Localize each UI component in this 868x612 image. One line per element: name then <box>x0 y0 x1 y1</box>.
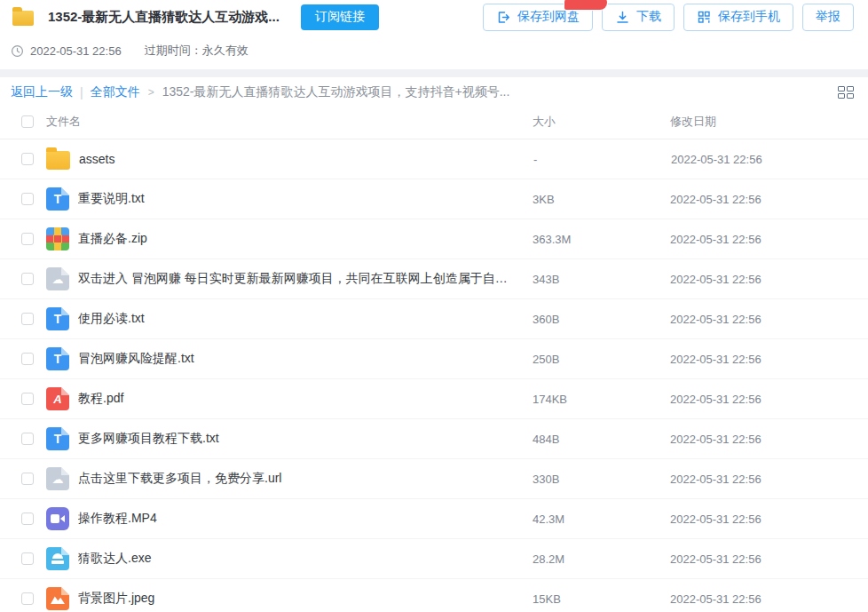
row-checkbox[interactable] <box>21 473 34 485</box>
breadcrumb-divider: | <box>80 85 83 99</box>
file-date: 2022-05-31 22:56 <box>670 513 868 526</box>
column-header-filename: 文件名 <box>46 114 533 130</box>
file-size: 3KB <box>533 193 670 206</box>
table-row[interactable]: T 使用必读.txt 360B 2022-05-31 22:56 <box>0 299 868 339</box>
row-checkbox[interactable] <box>21 433 34 445</box>
file-size: 360B <box>533 313 670 326</box>
table-row[interactable]: 猜歌达人.exe 28.2M 2022-05-31 22:56 <box>0 539 868 579</box>
zip-file-icon <box>46 227 69 250</box>
column-header-size: 大小 <box>533 114 670 130</box>
header-actions: 保存到网盘下载保存到手机举报 <box>483 4 854 31</box>
share-info-row: 2022-05-31 22:56 过期时间：永久有效 <box>11 43 854 59</box>
table-row[interactable]: T 更多网赚项目教程下载.txt 484B 2022-05-31 22:56 <box>0 419 868 459</box>
promo-badge <box>564 0 607 10</box>
file-size: 28.2M <box>533 552 670 566</box>
export-icon <box>496 10 511 25</box>
file-size: 330B <box>533 473 670 486</box>
file-date: 2022-05-31 22:56 <box>670 552 868 566</box>
file-date: 2022-05-31 22:56 <box>670 592 868 606</box>
page-title: 1352-最新无人直播猜歌达人互动游戏... <box>48 9 280 26</box>
download-button[interactable]: 下载 <box>602 4 675 31</box>
select-all-checkbox[interactable] <box>21 115 34 128</box>
file-name[interactable]: 点击这里下载更多项目，免费分享.url <box>78 471 533 487</box>
txt-file-icon: T <box>46 347 69 370</box>
folder-icon <box>12 11 34 26</box>
share-page: 1352-最新无人直播猜歌达人互动游戏... 订阅链接 保存到网盘下载保存到手机… <box>0 0 868 612</box>
file-name[interactable]: 操作教程.MP4 <box>78 511 533 527</box>
subscribe-link-button[interactable]: 订阅链接 <box>301 4 379 30</box>
row-checkbox[interactable] <box>21 393 34 405</box>
save-to-phone-button[interactable]: 保存到手机 <box>683 4 793 31</box>
row-checkbox[interactable] <box>21 513 34 525</box>
breadcrumb-all-files-link[interactable]: 全部文件 <box>91 84 140 100</box>
row-checkbox[interactable] <box>21 552 34 565</box>
file-size: 42.3M <box>533 513 670 526</box>
breadcrumb-back-link[interactable]: 返回上一级 <box>11 84 73 100</box>
expire-info: 过期时间：永久有效 <box>145 43 249 59</box>
cloud-file-icon: ☁ <box>46 467 69 490</box>
txt-file-icon: T <box>46 307 69 330</box>
video-file-icon <box>46 507 69 530</box>
table-row[interactable]: ☁ 点击这里下载更多项目，免费分享.url 330B 2022-05-31 22… <box>0 459 868 499</box>
file-size: 343B <box>533 273 670 286</box>
table-row[interactable]: T 重要说明.txt 3KB 2022-05-31 22:56 <box>0 179 868 219</box>
grid-view-icon[interactable] <box>836 84 856 100</box>
breadcrumb-current-folder: 1352-最新无人直播猜歌达人互动游戏项目，支持抖音+视频号... <box>162 84 510 100</box>
txt-file-icon: T <box>46 427 69 450</box>
file-name[interactable]: 冒泡网赚风险提醒.txt <box>78 351 533 367</box>
file-name[interactable]: 直播必备.zip <box>78 231 533 247</box>
file-date: 2022-05-31 22:56 <box>670 233 868 246</box>
action-label: 举报 <box>816 9 840 25</box>
file-name[interactable]: 使用必读.txt <box>78 311 533 327</box>
file-list-panel: 返回上一级 | 全部文件 > 1352-最新无人直播猜歌达人互动游戏项目，支持抖… <box>0 77 868 612</box>
report-button[interactable]: 举报 <box>802 4 854 31</box>
column-header-date: 修改日期 <box>670 114 868 130</box>
share-time: 2022-05-31 22:56 <box>30 44 122 58</box>
row-checkbox[interactable] <box>21 153 34 165</box>
cloud-file-icon: ☁ <box>46 267 69 290</box>
file-size: 484B <box>533 433 670 446</box>
breadcrumb: 返回上一级 | 全部文件 > 1352-最新无人直播猜歌达人互动游戏项目，支持抖… <box>0 77 868 105</box>
row-checkbox[interactable] <box>21 273 34 285</box>
table-header: 文件名 大小 修改日期 <box>0 105 868 139</box>
file-name[interactable]: 双击进入 冒泡网赚 每日实时更新最新网赚项目，共同在互联网上创造属于自己的一笔财… <box>78 271 533 287</box>
table-row[interactable]: ☁ 双击进入 冒泡网赚 每日实时更新最新网赚项目，共同在互联网上创造属于自己的一… <box>0 259 868 299</box>
share-header: 1352-最新无人直播猜歌达人互动游戏... 订阅链接 保存到网盘下载保存到手机… <box>0 0 868 69</box>
table-row[interactable]: 背景图片.jpeg 15KB 2022-05-31 22:56 <box>0 579 868 612</box>
file-size: 174KB <box>533 393 670 406</box>
image-file-icon <box>46 587 69 610</box>
exe-file-icon <box>46 547 69 570</box>
table-row[interactable]: 直播必备.zip 363.3M 2022-05-31 22:56 <box>0 219 868 259</box>
row-checkbox[interactable] <box>21 193 34 205</box>
file-date: 2022-05-31 22:56 <box>670 393 868 406</box>
download-icon <box>615 10 630 25</box>
pdf-file-icon: A <box>46 387 69 410</box>
file-size: - <box>533 153 671 166</box>
file-name[interactable]: 猜歌达人.exe <box>78 551 533 567</box>
row-checkbox[interactable] <box>21 592 34 605</box>
file-date: 2022-05-31 22:56 <box>671 153 868 166</box>
file-size: 250B <box>533 353 670 366</box>
file-date: 2022-05-31 22:56 <box>670 353 868 366</box>
row-checkbox[interactable] <box>21 313 34 325</box>
row-checkbox[interactable] <box>21 233 34 245</box>
txt-file-icon: T <box>46 187 69 211</box>
file-name[interactable]: 重要说明.txt <box>78 191 533 207</box>
table-row[interactable]: A 教程.pdf 174KB 2022-05-31 22:56 <box>0 379 868 419</box>
action-label: 下载 <box>636 9 661 25</box>
table-row[interactable]: assets - 2022-05-31 22:56 <box>0 139 868 179</box>
file-rows: assets - 2022-05-31 22:56 T 重要说明.txt 3KB… <box>0 139 868 612</box>
table-row[interactable]: T 冒泡网赚风险提醒.txt 250B 2022-05-31 22:56 <box>0 339 868 379</box>
file-date: 2022-05-31 22:56 <box>670 193 868 206</box>
file-name[interactable]: assets <box>79 152 533 166</box>
file-name[interactable]: 背景图片.jpeg <box>78 591 533 607</box>
file-size: 15KB <box>533 592 670 606</box>
file-date: 2022-05-31 22:56 <box>670 433 868 446</box>
action-label: 保存到手机 <box>718 9 780 25</box>
file-size: 363.3M <box>533 233 670 246</box>
row-checkbox[interactable] <box>21 353 34 365</box>
file-name[interactable]: 教程.pdf <box>78 391 533 407</box>
file-name[interactable]: 更多网赚项目教程下载.txt <box>78 431 533 447</box>
table-row[interactable]: 操作教程.MP4 42.3M 2022-05-31 22:56 <box>0 499 868 539</box>
action-label: 保存到网盘 <box>517 9 580 25</box>
